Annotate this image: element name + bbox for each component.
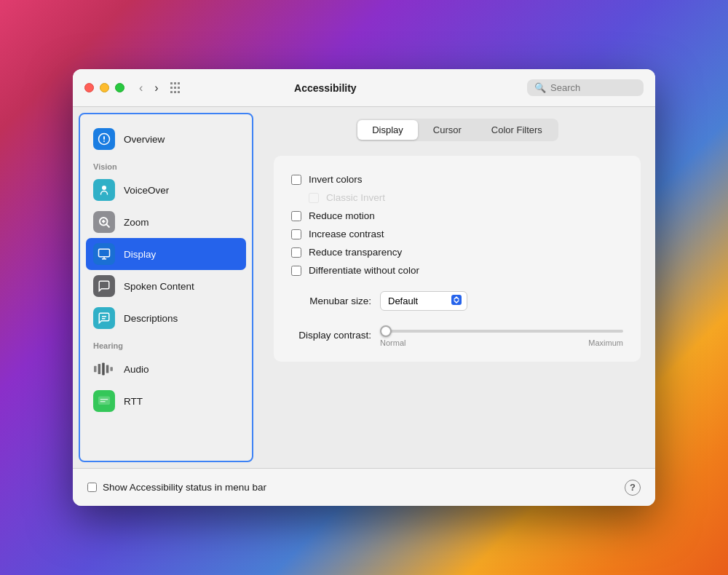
zoom-icon (93, 211, 115, 233)
menubar-size-label: Menubar size: (291, 296, 371, 306)
display-contrast-label: Display contrast: (291, 330, 371, 341)
descriptions-icon (93, 307, 115, 329)
contrast-slider-row: Display contrast: Normal Maximum (291, 322, 623, 347)
window: ‹ › Accessibility 🔍 (73, 69, 655, 506)
svg-rect-17 (110, 367, 113, 371)
settings-area: Invert colors Classic Invert Reduce moti… (274, 156, 641, 362)
spoken-content-label: Spoken Content (124, 281, 194, 292)
menubar-select-wrapper: Default Large (380, 291, 467, 311)
rtt-icon (93, 390, 115, 412)
sidebar-item-audio[interactable]: Audio (86, 353, 246, 385)
svg-rect-8 (99, 249, 110, 257)
search-input[interactable] (550, 82, 636, 93)
reduce-transparency-row: Reduce transparency (291, 243, 623, 261)
detail-panel: Display Cursor Color Filters Invert colo… (259, 107, 655, 468)
audio-icon (93, 358, 115, 380)
tab-group: Display Cursor Color Filters (356, 119, 558, 141)
minimize-button[interactable] (100, 83, 109, 92)
tabs: Display Cursor Color Filters (274, 119, 641, 141)
sidebar: Overview Vision VoiceOver (79, 113, 253, 462)
window-title: Accessibility (124, 82, 527, 94)
slider-labels: Normal Maximum (380, 338, 623, 347)
svg-rect-18 (99, 397, 110, 405)
voiceover-label: VoiceOver (124, 185, 169, 196)
display-label: Display (124, 249, 156, 260)
tab-color-filters[interactable]: Color Filters (477, 120, 557, 140)
vision-section-label: Vision (86, 155, 246, 174)
titlebar: ‹ › Accessibility 🔍 (73, 69, 655, 107)
sidebar-item-display[interactable]: Display (86, 238, 246, 270)
main-content: Overview Vision VoiceOver (73, 107, 655, 468)
increase-contrast-checkbox[interactable] (291, 229, 301, 239)
voiceover-icon (93, 179, 115, 201)
search-icon: 🔍 (534, 82, 546, 93)
sidebar-item-spoken-content[interactable]: Spoken Content (86, 270, 246, 302)
reduce-motion-row: Reduce motion (291, 207, 623, 225)
sidebar-item-voiceover[interactable]: VoiceOver (86, 174, 246, 206)
descriptions-label: Descriptions (124, 313, 178, 324)
audio-label: Audio (124, 364, 149, 375)
traffic-lights (84, 83, 124, 92)
sidebar-item-overview[interactable]: Overview (86, 123, 246, 155)
overview-icon (93, 128, 115, 150)
tab-cursor[interactable]: Cursor (419, 120, 476, 140)
show-status-row: Show Accessibility status in menu bar (87, 482, 625, 493)
tab-display[interactable]: Display (357, 120, 418, 140)
search-bar[interactable]: 🔍 (527, 79, 644, 96)
slider-maximum-label: Maximum (588, 338, 623, 347)
menubar-size-row: Menubar size: Default Large (291, 291, 623, 311)
show-status-checkbox[interactable] (87, 483, 97, 492)
classic-invert-row: Classic Invert (309, 189, 623, 207)
reduce-motion-checkbox[interactable] (291, 211, 301, 221)
reduce-transparency-label: Reduce transparency (309, 247, 402, 258)
classic-invert-label: Classic Invert (326, 192, 385, 203)
svg-line-5 (106, 224, 109, 227)
classic-invert-checkbox[interactable] (309, 193, 319, 203)
invert-colors-row: Invert colors (291, 170, 623, 189)
reduce-motion-label: Reduce motion (309, 210, 375, 221)
contrast-slider[interactable] (380, 330, 623, 333)
help-button[interactable]: ? (625, 480, 641, 496)
svg-rect-15 (102, 363, 105, 376)
zoom-label: Zoom (124, 217, 149, 228)
differentiate-label: Differentiate without color (309, 265, 419, 276)
display-icon (93, 243, 115, 265)
show-status-label: Show Accessibility status in menu bar (103, 482, 266, 493)
bottom-bar: Show Accessibility status in menu bar ? (73, 468, 655, 506)
overview-label: Overview (124, 134, 165, 145)
differentiate-row: Differentiate without color (291, 261, 623, 279)
sidebar-item-descriptions[interactable]: Descriptions (86, 302, 246, 334)
differentiate-checkbox[interactable] (291, 266, 301, 276)
svg-point-2 (103, 140, 105, 142)
sidebar-item-zoom[interactable]: Zoom (86, 206, 246, 238)
svg-rect-14 (98, 364, 101, 374)
invert-colors-checkbox[interactable] (291, 175, 301, 185)
svg-rect-13 (94, 366, 97, 372)
svg-point-3 (102, 186, 106, 190)
increase-contrast-row: Increase contrast (291, 225, 623, 243)
increase-contrast-label: Increase contrast (309, 229, 384, 239)
spoken-content-icon (93, 275, 115, 297)
svg-rect-16 (106, 365, 109, 373)
reduce-transparency-checkbox[interactable] (291, 247, 301, 258)
invert-colors-label: Invert colors (309, 174, 363, 185)
contrast-slider-container: Normal Maximum (380, 322, 623, 347)
close-button[interactable] (84, 83, 94, 92)
sidebar-item-rtt[interactable]: RTT (86, 385, 246, 417)
slider-normal-label: Normal (380, 338, 405, 347)
hearing-section-label: Hearing (86, 334, 246, 353)
rtt-label: RTT (124, 396, 143, 407)
menubar-size-select[interactable]: Default Large (380, 291, 467, 311)
